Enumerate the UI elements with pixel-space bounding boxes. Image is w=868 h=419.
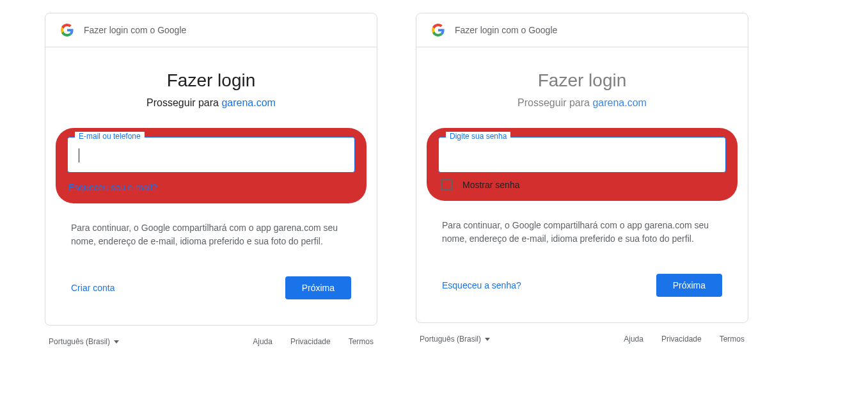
header-text: Fazer login com o Google <box>84 25 186 35</box>
password-input-wrapper: Digite sua senha <box>438 137 726 173</box>
card-header: Fazer login com o Google <box>416 13 748 47</box>
privacy-link[interactable]: Privacidade <box>290 337 331 346</box>
next-button[interactable]: Próxima <box>285 276 351 299</box>
button-row: Esqueceu a senha? Próxima <box>442 274 722 297</box>
google-logo-icon <box>432 24 445 36</box>
footer-links: Ajuda Privacidade Termos <box>624 335 745 344</box>
page-title: Fazer login <box>71 70 351 91</box>
subtitle-prefix: Prosseguir para <box>146 97 221 108</box>
help-link[interactable]: Ajuda <box>624 335 643 344</box>
disclosure-text: Para continuar, o Google compartilhará c… <box>442 219 722 246</box>
create-account-button[interactable]: Criar conta <box>71 278 114 298</box>
help-link[interactable]: Ajuda <box>253 337 272 346</box>
subtitle: Prosseguir para garena.com <box>71 97 351 109</box>
language-label: Português (Brasil) <box>420 335 481 344</box>
email-input-wrapper: E-mail ou telefone <box>67 137 355 173</box>
subtitle: Prosseguir para garena.com <box>442 97 722 109</box>
password-field[interactable] <box>438 137 726 173</box>
language-label: Português (Brasil) <box>49 337 110 346</box>
forgot-email-link[interactable]: Esqueceu seu e-mail? <box>67 182 157 193</box>
email-label: E-mail ou telefone <box>75 132 145 141</box>
disclosure-text: Para continuar, o Google compartilhará c… <box>71 221 351 248</box>
privacy-link[interactable]: Privacidade <box>661 335 702 344</box>
show-password-label: Mostrar senha <box>462 180 519 190</box>
signin-card-password: Fazer login com o Google Fazer login Pro… <box>416 13 748 323</box>
google-logo-icon <box>61 24 74 36</box>
next-button[interactable]: Próxima <box>656 274 722 297</box>
destination-link[interactable]: garena.com <box>221 97 276 108</box>
signin-card-email: Fazer login com o Google Fazer login Pro… <box>45 13 377 326</box>
page-title: Fazer login <box>442 70 722 91</box>
subtitle-prefix: Prosseguir para <box>517 97 592 108</box>
password-label: Digite sua senha <box>446 132 510 141</box>
language-select[interactable]: Português (Brasil) <box>49 337 119 346</box>
email-field[interactable] <box>67 137 355 173</box>
terms-link[interactable]: Termos <box>349 337 374 346</box>
card-header: Fazer login com o Google <box>45 13 377 47</box>
header-text: Fazer login com o Google <box>455 25 557 35</box>
footer: Português (Brasil) Ajuda Privacidade Ter… <box>45 326 377 346</box>
terms-link[interactable]: Termos <box>720 335 745 344</box>
show-password-checkbox[interactable] <box>441 179 452 191</box>
chevron-down-icon <box>114 340 119 344</box>
footer-links: Ajuda Privacidade Termos <box>253 337 374 346</box>
language-select[interactable]: Português (Brasil) <box>420 335 490 344</box>
chevron-down-icon <box>485 338 490 341</box>
show-password-row: Mostrar senha <box>438 179 726 191</box>
highlight-box: E-mail ou telefone Esqueceu seu e-mail? <box>56 128 367 203</box>
destination-link[interactable]: garena.com <box>592 97 647 108</box>
text-cursor <box>79 148 79 162</box>
forgot-password-button[interactable]: Esqueceu a senha? <box>442 275 521 296</box>
footer: Português (Brasil) Ajuda Privacidade Ter… <box>416 323 748 344</box>
button-row: Criar conta Próxima <box>71 276 351 299</box>
highlight-box: Digite sua senha Mostrar senha <box>427 128 738 201</box>
